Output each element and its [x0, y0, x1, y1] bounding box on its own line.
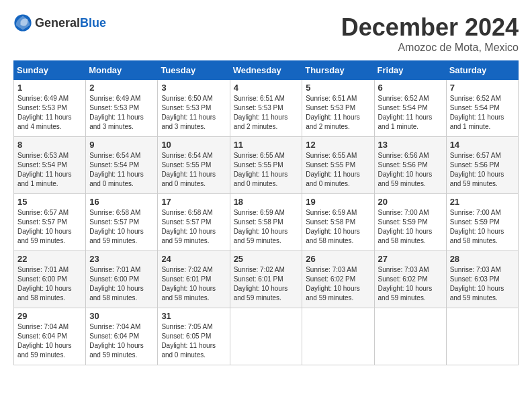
table-row: 3Sunrise: 6:50 AM Sunset: 5:53 PM Daylig… — [158, 80, 230, 137]
day-number: 27 — [378, 254, 443, 264]
day-info: Sunrise: 7:01 AM Sunset: 6:00 PM Dayligh… — [89, 265, 154, 303]
day-number: 15 — [17, 197, 82, 207]
table-row: 23Sunrise: 7:01 AM Sunset: 6:00 PM Dayli… — [86, 251, 158, 308]
table-row: 20Sunrise: 7:00 AM Sunset: 5:59 PM Dayli… — [374, 194, 446, 251]
table-row: 19Sunrise: 6:59 AM Sunset: 5:58 PM Dayli… — [302, 194, 374, 251]
day-info: Sunrise: 7:03 AM Sunset: 6:02 PM Dayligh… — [378, 265, 443, 303]
table-row: 12Sunrise: 6:55 AM Sunset: 5:55 PM Dayli… — [302, 137, 374, 194]
calendar-row-3: 15Sunrise: 6:57 AM Sunset: 5:57 PM Dayli… — [14, 194, 519, 251]
logo-general: General — [35, 16, 80, 30]
table-row: 29Sunrise: 7:04 AM Sunset: 6:04 PM Dayli… — [14, 308, 86, 365]
col-wednesday: Wednesday — [230, 61, 302, 80]
calendar: Sunday Monday Tuesday Wednesday Thursday… — [13, 60, 519, 365]
table-row: 27Sunrise: 7:03 AM Sunset: 6:02 PM Dayli… — [374, 251, 446, 308]
title-section: December 2024 Amozoc de Mota, Mexico — [341, 13, 519, 54]
day-info: Sunrise: 6:49 AM Sunset: 5:53 PM Dayligh… — [17, 94, 82, 132]
day-info: Sunrise: 7:03 AM Sunset: 6:03 PM Dayligh… — [450, 265, 515, 303]
day-info: Sunrise: 6:53 AM Sunset: 5:54 PM Dayligh… — [17, 151, 82, 189]
day-info: Sunrise: 6:50 AM Sunset: 5:53 PM Dayligh… — [161, 94, 226, 132]
day-number: 5 — [306, 83, 370, 93]
calendar-row-5: 29Sunrise: 7:04 AM Sunset: 6:04 PM Dayli… — [14, 308, 519, 365]
day-number: 25 — [234, 254, 299, 264]
day-info: Sunrise: 7:00 AM Sunset: 5:59 PM Dayligh… — [378, 208, 443, 246]
day-info: Sunrise: 7:03 AM Sunset: 6:02 PM Dayligh… — [306, 265, 370, 303]
table-row: 15Sunrise: 6:57 AM Sunset: 5:57 PM Dayli… — [14, 194, 86, 251]
day-info: Sunrise: 6:59 AM Sunset: 5:58 PM Dayligh… — [306, 208, 370, 246]
day-number: 22 — [17, 254, 82, 264]
table-row: 21Sunrise: 7:00 AM Sunset: 5:59 PM Dayli… — [446, 194, 518, 251]
day-info: Sunrise: 7:00 AM Sunset: 5:59 PM Dayligh… — [450, 208, 515, 246]
table-row: 24Sunrise: 7:02 AM Sunset: 6:01 PM Dayli… — [158, 251, 230, 308]
table-row: 2Sunrise: 6:49 AM Sunset: 5:53 PM Daylig… — [86, 80, 158, 137]
day-number: 3 — [161, 83, 226, 93]
table-row: 18Sunrise: 6:59 AM Sunset: 5:58 PM Dayli… — [230, 194, 302, 251]
table-row: 11Sunrise: 6:55 AM Sunset: 5:55 PM Dayli… — [230, 137, 302, 194]
day-number: 24 — [161, 254, 226, 264]
day-number: 17 — [161, 197, 226, 207]
day-number: 21 — [450, 197, 515, 207]
day-info: Sunrise: 6:55 AM Sunset: 5:55 PM Dayligh… — [306, 151, 370, 189]
table-row: 9Sunrise: 6:54 AM Sunset: 5:54 PM Daylig… — [86, 137, 158, 194]
col-tuesday: Tuesday — [158, 61, 230, 80]
day-info: Sunrise: 7:01 AM Sunset: 6:00 PM Dayligh… — [17, 265, 82, 303]
table-row — [446, 308, 518, 365]
table-row: 14Sunrise: 6:57 AM Sunset: 5:56 PM Dayli… — [446, 137, 518, 194]
day-info: Sunrise: 6:57 AM Sunset: 5:57 PM Dayligh… — [17, 208, 82, 246]
calendar-row-1: 1Sunrise: 6:49 AM Sunset: 5:53 PM Daylig… — [14, 80, 519, 137]
day-info: Sunrise: 6:55 AM Sunset: 5:55 PM Dayligh… — [234, 151, 299, 189]
page-header: GeneralBlue December 2024 Amozoc de Mota… — [13, 13, 519, 54]
day-info: Sunrise: 6:49 AM Sunset: 5:53 PM Dayligh… — [89, 94, 154, 132]
table-row: 26Sunrise: 7:03 AM Sunset: 6:02 PM Dayli… — [302, 251, 374, 308]
day-info: Sunrise: 6:57 AM Sunset: 5:56 PM Dayligh… — [450, 151, 515, 189]
day-number: 10 — [161, 140, 226, 150]
table-row — [302, 308, 374, 365]
day-number: 14 — [450, 140, 515, 150]
day-info: Sunrise: 6:54 AM Sunset: 5:55 PM Dayligh… — [161, 151, 226, 189]
table-row: 16Sunrise: 6:58 AM Sunset: 5:57 PM Dayli… — [86, 194, 158, 251]
col-thursday: Thursday — [302, 61, 374, 80]
day-info: Sunrise: 7:02 AM Sunset: 6:01 PM Dayligh… — [161, 265, 226, 303]
table-row: 28Sunrise: 7:03 AM Sunset: 6:03 PM Dayli… — [446, 251, 518, 308]
calendar-row-2: 8Sunrise: 6:53 AM Sunset: 5:54 PM Daylig… — [14, 137, 519, 194]
day-number: 16 — [89, 197, 154, 207]
day-number: 26 — [306, 254, 370, 264]
day-number: 2 — [89, 83, 154, 93]
day-number: 29 — [17, 311, 82, 321]
day-info: Sunrise: 6:58 AM Sunset: 5:57 PM Dayligh… — [161, 208, 226, 246]
logo-icon — [13, 13, 32, 32]
col-sunday: Sunday — [14, 61, 86, 80]
day-info: Sunrise: 7:02 AM Sunset: 6:01 PM Dayligh… — [234, 265, 299, 303]
day-number: 23 — [89, 254, 154, 264]
day-number: 20 — [378, 197, 443, 207]
table-row: 1Sunrise: 6:49 AM Sunset: 5:53 PM Daylig… — [14, 80, 86, 137]
day-number: 31 — [161, 311, 226, 321]
table-row: 25Sunrise: 7:02 AM Sunset: 6:01 PM Dayli… — [230, 251, 302, 308]
table-row: 10Sunrise: 6:54 AM Sunset: 5:55 PM Dayli… — [158, 137, 230, 194]
day-number: 28 — [450, 254, 515, 264]
table-row: 4Sunrise: 6:51 AM Sunset: 5:53 PM Daylig… — [230, 80, 302, 137]
day-number: 19 — [306, 197, 370, 207]
table-row — [230, 308, 302, 365]
day-info: Sunrise: 6:52 AM Sunset: 5:54 PM Dayligh… — [450, 94, 515, 132]
day-number: 30 — [89, 311, 154, 321]
day-number: 18 — [234, 197, 299, 207]
location-title: Amozoc de Mota, Mexico — [341, 42, 519, 54]
table-row: 6Sunrise: 6:52 AM Sunset: 5:54 PM Daylig… — [374, 80, 446, 137]
logo: GeneralBlue — [13, 13, 106, 32]
day-info: Sunrise: 6:54 AM Sunset: 5:54 PM Dayligh… — [89, 151, 154, 189]
col-saturday: Saturday — [446, 61, 518, 80]
day-info: Sunrise: 7:05 AM Sunset: 6:05 PM Dayligh… — [161, 322, 226, 360]
table-row: 5Sunrise: 6:51 AM Sunset: 5:53 PM Daylig… — [302, 80, 374, 137]
col-friday: Friday — [374, 61, 446, 80]
day-number: 7 — [450, 83, 515, 93]
day-info: Sunrise: 6:52 AM Sunset: 5:54 PM Dayligh… — [378, 94, 443, 132]
table-row: 22Sunrise: 7:01 AM Sunset: 6:00 PM Dayli… — [14, 251, 86, 308]
day-number: 13 — [378, 140, 443, 150]
month-title: December 2024 — [341, 13, 519, 42]
day-info: Sunrise: 6:51 AM Sunset: 5:53 PM Dayligh… — [234, 94, 299, 132]
table-row: 13Sunrise: 6:56 AM Sunset: 5:56 PM Dayli… — [374, 137, 446, 194]
day-info: Sunrise: 6:58 AM Sunset: 5:57 PM Dayligh… — [89, 208, 154, 246]
calendar-row-4: 22Sunrise: 7:01 AM Sunset: 6:00 PM Dayli… — [14, 251, 519, 308]
day-number: 1 — [17, 83, 82, 93]
day-info: Sunrise: 7:04 AM Sunset: 6:04 PM Dayligh… — [89, 322, 154, 360]
